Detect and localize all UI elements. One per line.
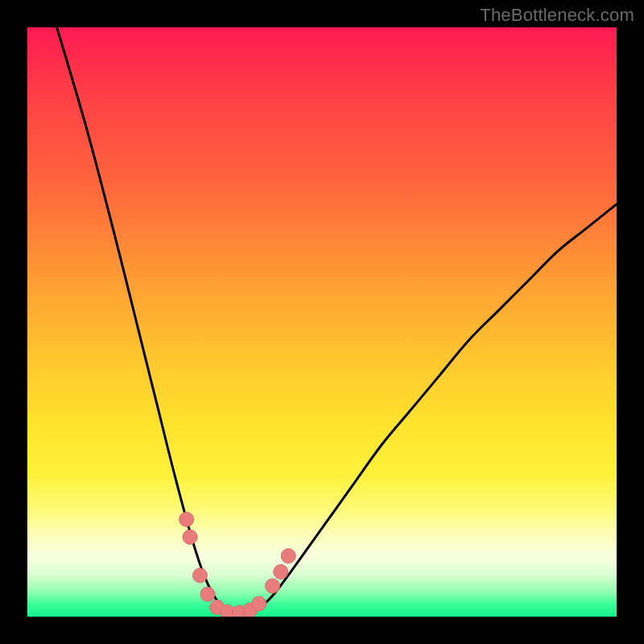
bottleneck-curve-path [57, 27, 617, 615]
data-marker [274, 564, 288, 579]
data-marker [281, 549, 295, 564]
data-marker [183, 530, 197, 544]
chart-plot-area [27, 27, 617, 617]
data-marker [252, 597, 266, 611]
data-marker [266, 579, 280, 593]
bottleneck-curve-svg [27, 27, 617, 617]
chart-outer-frame: TheBottleneck.com [0, 0, 644, 644]
watermark-text: TheBottleneck.com [480, 5, 634, 26]
data-marker [192, 568, 207, 583]
data-marker [180, 512, 194, 526]
data-marker [200, 587, 215, 601]
